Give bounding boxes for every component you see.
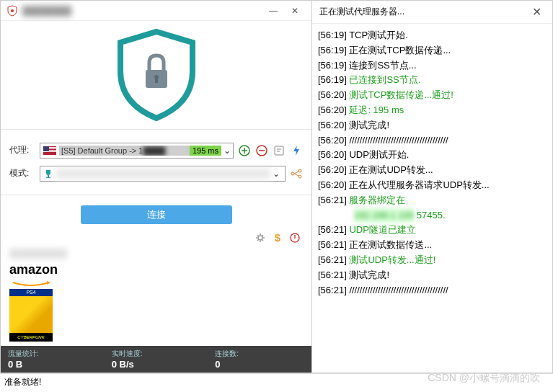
proxy-label: 代理: <box>9 144 35 156</box>
svg-point-0 <box>11 9 14 12</box>
mode-label: 模式: <box>9 167 35 179</box>
log-line: [56:20] 测试TCP数据传递...通过! <box>318 88 547 103</box>
stat-connections: 连接数: 0 <box>208 346 311 373</box>
svg-point-7 <box>291 172 294 175</box>
svg-point-9 <box>298 175 301 178</box>
add-icon[interactable] <box>238 144 251 157</box>
proxy-text: [S5] Default Group -> 1████ <box>59 146 190 156</box>
mode-select[interactable]: ⌄ <box>40 166 286 182</box>
ad-area: amazon PS4 CYBERPUNK <box>1 261 311 346</box>
svg-point-8 <box>298 169 301 172</box>
gear-icon[interactable] <box>254 231 267 244</box>
log-line: [56:19] TCP测试开始. <box>318 28 547 43</box>
dollar-icon[interactable]: $ <box>271 231 284 244</box>
log-line: [56:20] ////////////////////////////////… <box>318 133 547 148</box>
close-button[interactable]: ✕ <box>284 4 306 18</box>
log-line: [56:19] 已连接到SS节点. <box>318 73 547 88</box>
svg-point-10 <box>258 236 262 240</box>
game-title: CYBERPUNK <box>9 333 53 342</box>
watermark: CSDN @小螺号滴滴的吹 <box>428 372 540 385</box>
svg-rect-3 <box>155 77 158 83</box>
blur-region <box>1 249 311 261</box>
chevron-down-icon[interactable]: ⌄ <box>270 169 282 179</box>
log-line: [56:20] 正在从代理服务器请求UDP转发... <box>318 178 547 193</box>
trophy-icon <box>43 169 53 179</box>
log-area: [56:19] TCP测试开始.[56:19] 正在测试TCP数据传递...[5… <box>312 24 552 373</box>
stats-bar: 流量统计: 0 B 实时速度: 0 B/s 连接数: 0 <box>1 346 311 373</box>
log-line: [56:21] ////////////////////////////////… <box>318 283 547 298</box>
edit-icon[interactable] <box>273 144 286 157</box>
window-title: ████████ <box>22 6 262 16</box>
mode-text <box>56 169 270 179</box>
us-flag-icon <box>43 146 56 155</box>
log-line: [56:21] UDP隧道已建立 <box>318 223 547 238</box>
log-line: [56:21] 服务器绑定在 <box>318 193 547 208</box>
log-line: [56:21] 测试完成! <box>318 268 547 283</box>
power-icon[interactable] <box>288 231 301 244</box>
remove-icon[interactable] <box>255 144 268 157</box>
log-window: 正在测试代理服务器... ✕ [56:19] TCP测试开始.[56:19] 正… <box>312 0 553 373</box>
log-line: [56:20] 延迟: 195 ms <box>318 103 547 118</box>
app-shield-icon <box>6 5 18 17</box>
log-line: [56:20] UDP测试开始. <box>318 148 547 163</box>
proxy-select[interactable]: [S5] Default Group -> 1████ 195 ms ⌄ <box>40 143 234 159</box>
status-icons: $ <box>1 231 311 249</box>
log-line: [56:19] 连接到SS节点... <box>318 58 547 74</box>
log-line: [56:21] 测试UDP转发...通过! <box>318 253 547 268</box>
game-cover[interactable]: PS4 CYBERPUNK <box>9 289 53 342</box>
log-line: [56:21] 正在测试数据传送... <box>318 238 547 253</box>
main-window: ████████ — ✕ 代理: [S5] Default Group -> 1… <box>0 0 312 373</box>
log-close-button[interactable]: ✕ <box>528 5 545 19</box>
ps4-label: PS4 <box>9 289 53 296</box>
log-line: [56:20] 正在测试UDP转发... <box>318 163 547 178</box>
log-title-bar: 正在测试代理服务器... ✕ <box>312 1 552 24</box>
log-line: [56:20] 测试完成! <box>318 118 547 133</box>
minimize-button[interactable]: — <box>262 4 284 18</box>
network-icon[interactable] <box>290 167 303 180</box>
title-bar: ████████ — ✕ <box>1 1 311 21</box>
stat-traffic: 流量统计: 0 B <box>1 346 105 373</box>
svg-rect-6 <box>275 146 283 155</box>
stat-speed: 实时速度: 0 B/s <box>105 346 208 373</box>
settings-form: 代理: [S5] Default Group -> 1████ 195 ms ⌄… <box>1 129 311 195</box>
bolt-icon[interactable] <box>290 144 303 157</box>
amazon-logo: amazon <box>9 262 303 277</box>
log-line: 192.168.1.100 57455. <box>318 208 547 223</box>
connect-button[interactable]: 连接 <box>81 205 232 224</box>
chevron-down-icon[interactable]: ⌄ <box>221 146 233 156</box>
shield-lock-icon <box>113 28 200 122</box>
latency-badge: 195 ms <box>190 146 221 156</box>
logo-area <box>1 21 311 129</box>
log-line: [56:19] 正在测试TCP数据传递... <box>318 43 547 58</box>
log-title: 正在测试代理服务器... <box>319 6 528 18</box>
